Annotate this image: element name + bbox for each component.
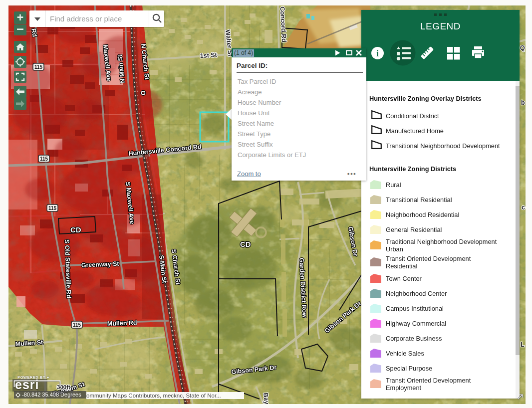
svg-text:115: 115 — [73, 322, 81, 328]
svg-text:b: b — [521, 99, 525, 106]
svg-text:115: 115 — [48, 205, 57, 211]
svg-text:Rd: Rd — [30, 28, 38, 37]
svg-text:c: c — [522, 204, 525, 211]
svg-text:Q: Q — [520, 44, 525, 51]
svg-text:O: O — [139, 90, 147, 96]
svg-text:1st St: 1st St — [200, 51, 218, 59]
svg-text:i: i — [376, 48, 379, 58]
svg-text:115: 115 — [40, 156, 48, 162]
svg-text:115: 115 — [34, 64, 43, 70]
svg-text:CD: CD — [240, 240, 251, 248]
svg-text:Bay: Bay — [262, 393, 270, 404]
svg-text:L: L — [521, 341, 525, 348]
svg-text:Mullen Rd: Mullen Rd — [107, 319, 137, 327]
svg-text:CD: CD — [70, 225, 81, 234]
